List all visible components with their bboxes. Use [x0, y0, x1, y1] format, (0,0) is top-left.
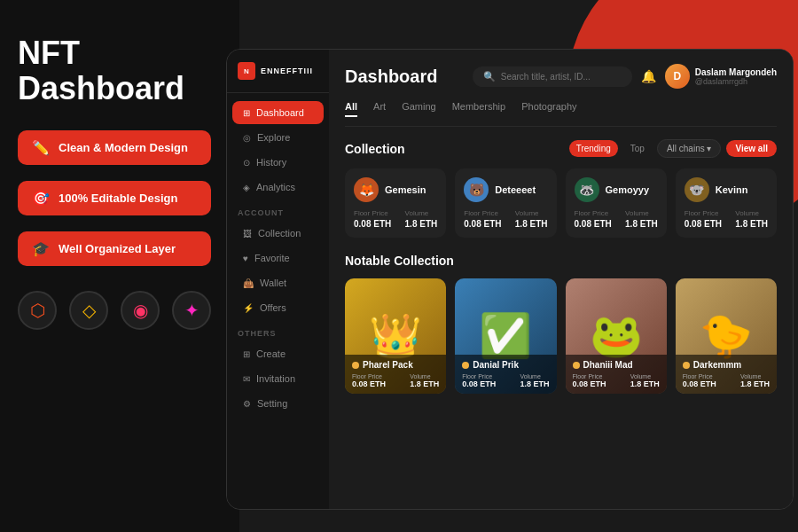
nft-card-gemoyyy[interactable]: 🦝 Gemoyyy Floor Price 0.08 ETH Volume 1.…: [566, 168, 667, 238]
main-content: Dashboard 🔍 🔔 D Daslam Margondeh @daslam…: [329, 50, 793, 509]
sidebar-item-create[interactable]: ⊞ Create: [232, 342, 324, 365]
organized-icon: 🎓: [32, 240, 50, 257]
floor-price-block: Floor Price 0.08 ETH: [354, 209, 391, 229]
tab-all[interactable]: All: [345, 101, 357, 117]
logo-icon: N: [238, 62, 255, 80]
sidebar-item-dashboard[interactable]: ⊞ Dashboard: [232, 101, 324, 124]
left-panel: NFT Dashboard ✏️ Clean & Modern Design 🎯…: [0, 0, 229, 532]
favorite-nav-icon: ♥: [243, 254, 248, 263]
nft-avatar-gemoyyy: 🦝: [575, 177, 599, 202]
sidebar-item-favorite[interactable]: ♥ Favorite: [232, 246, 324, 270]
collection-nav-icon: 🖼: [243, 229, 252, 239]
notable-collection-grid: 👑 Pharel Pack Floor Price 0.08 ETH Volum…: [345, 278, 777, 394]
search-bar[interactable]: 🔍: [473, 66, 632, 87]
volume-block: Volume 1.8 ETH: [405, 209, 438, 229]
user-profile[interactable]: D Daslam Margondeh @daslamrrgdh: [665, 64, 777, 89]
tab-gaming[interactable]: Gaming: [402, 101, 436, 117]
notable-card-pharel[interactable]: 👑 Pharel Pack Floor Price 0.08 ETH Volum…: [345, 278, 446, 394]
trending-filter[interactable]: Trending: [569, 140, 618, 157]
sidebar-item-explore[interactable]: ◎ Explore: [232, 126, 324, 149]
notable-card-darkemmm[interactable]: 🐤 Darkemmm Floor Price 0.08 ETH Volume: [676, 278, 777, 394]
dashboard-window: N ENNEFFTIII ⊞ Dashboard ◎ Explore ⊙ His…: [226, 49, 794, 510]
tool-icons: ⬡ ◇ ◉ ✦: [18, 291, 211, 330]
wallet-nav-icon: 👜: [243, 278, 254, 288]
feature-organized[interactable]: 🎓 Well Organized Layer: [18, 231, 211, 266]
notable-name-darkemmm: Darkemmm: [683, 360, 770, 370]
account-section-label: ACCOUNT: [227, 200, 329, 221]
nft-card-deteeeet[interactable]: 🐻 Deteeeet Floor Price 0.08 ETH Volume 1…: [455, 168, 556, 238]
nft-name-kevinn: Kevinn: [716, 184, 748, 195]
tab-photography[interactable]: Photography: [521, 101, 576, 117]
search-icon: 🔍: [483, 71, 496, 82]
filter-group: Trending Top All chains ▾ View all: [569, 139, 777, 158]
nft-avatar-kevinn: 🐨: [685, 177, 709, 202]
notable-card-dhaniii[interactable]: 🐸 Dhaniii Mad Floor Price 0.08 ETH Volum…: [566, 278, 667, 394]
dot-icon: [462, 362, 469, 369]
chains-filter[interactable]: All chains ▾: [657, 139, 722, 158]
sketch-icon[interactable]: ◇: [69, 291, 108, 330]
editable-icon: 🎯: [32, 190, 50, 207]
sidebar-item-analytics[interactable]: ◈ Analytics: [232, 176, 324, 199]
explore-nav-icon: ◎: [243, 133, 251, 143]
card-header: 🦝 Gemoyyy: [575, 177, 658, 202]
notable-stats-darkemmm: Floor Price 0.08 ETH Volume 1.8 ETH: [683, 373, 770, 388]
sidebar-item-collection[interactable]: 🖼 Collection: [232, 222, 324, 245]
offers-nav-icon: ⚡: [243, 303, 254, 313]
notable-overlay-pharel: Pharel Pack Floor Price 0.08 ETH Volume …: [345, 355, 446, 394]
collection-title: Collection: [345, 142, 405, 156]
card-header: 🦊 Gemesin: [354, 177, 437, 202]
nft-avatar-gemesin: 🦊: [354, 177, 379, 202]
user-handle: @daslamrrgdh: [695, 77, 777, 86]
analytics-nav-icon: ◈: [243, 183, 250, 192]
notable-title: Notable Collection: [345, 254, 454, 268]
sidebar-item-offers[interactable]: ⚡ Offers: [232, 296, 324, 319]
notable-card-danial[interactable]: ✅ Danial Prik Floor Price 0.08 ETH Volum…: [455, 278, 556, 394]
nft-name-gemoyyy: Gemoyyy: [606, 184, 650, 195]
dashboard-nav-icon: ⊞: [243, 108, 250, 118]
dot-icon: [352, 362, 359, 369]
card-header: 🐨 Kevinn: [685, 177, 768, 202]
card-header: 🐻 Deteeeet: [464, 177, 547, 202]
page-title: Dashboard: [345, 66, 437, 87]
nft-collection-grid: 🦊 Gemesin Floor Price 0.08 ETH Volume 1.…: [345, 168, 777, 238]
nft-card-gemesin[interactable]: 🦊 Gemesin Floor Price 0.08 ETH Volume 1.…: [345, 168, 446, 238]
collection-section-header: Collection Trending Top All chains ▾ Vie…: [345, 139, 777, 158]
sidebar-item-wallet[interactable]: 👜 Wallet: [232, 271, 324, 294]
notable-name-pharel: Pharel Pack: [352, 360, 439, 370]
xd-icon[interactable]: ✦: [172, 291, 211, 330]
feature-clean-modern[interactable]: ✏️ Clean & Modern Design: [18, 130, 211, 165]
history-nav-icon: ⊙: [243, 158, 250, 168]
dot-icon: [573, 362, 580, 369]
nft-name-gemesin: Gemesin: [385, 184, 426, 195]
dot-icon: [683, 362, 690, 369]
feature-editable[interactable]: 🎯 100% Editable Design: [18, 181, 211, 215]
figma-icon[interactable]: ⬡: [18, 291, 57, 330]
view-all-button[interactable]: View all: [726, 140, 777, 157]
avatar: D: [665, 64, 690, 89]
invitation-nav-icon: ✉: [243, 374, 250, 384]
tabs: All Art Gaming Membership Photography: [345, 101, 777, 127]
nft-stats-deteeeet: Floor Price 0.08 ETH Volume 1.8 ETH: [464, 209, 547, 229]
sidebar-item-setting[interactable]: ⚙ Setting: [232, 392, 324, 415]
sidebar-item-history[interactable]: ⊙ History: [232, 151, 324, 174]
notable-overlay-danial: Danial Prik Floor Price 0.08 ETH Volume …: [455, 355, 556, 394]
notification-icon[interactable]: 🔔: [641, 69, 656, 83]
create-nav-icon: ⊞: [243, 349, 250, 359]
notable-section-header: Notable Collection: [345, 254, 777, 268]
logo-text: ENNEFFTIII: [261, 66, 313, 75]
tab-art[interactable]: Art: [373, 101, 386, 117]
notable-name-danial: Danial Prik: [462, 360, 549, 370]
sidebar-item-invitation[interactable]: ✉ Invitation: [232, 367, 324, 390]
top-filter[interactable]: Top: [623, 140, 652, 157]
notable-name-dhaniii: Dhaniii Mad: [573, 360, 660, 370]
nft-title: NFT Dashboard: [18, 35, 211, 106]
user-info: Daslam Margondeh @daslamrrgdh: [695, 67, 777, 86]
tab-membership[interactable]: Membership: [452, 101, 506, 117]
nft-card-kevinn[interactable]: 🐨 Kevinn Floor Price 0.08 ETH Volume 1.8…: [676, 168, 777, 238]
search-input[interactable]: [501, 72, 622, 82]
invision-icon[interactable]: ◉: [121, 291, 160, 330]
nft-stats-kevinn: Floor Price 0.08 ETH Volume 1.8 ETH: [685, 209, 768, 229]
notable-overlay-darkemmm: Darkemmm Floor Price 0.08 ETH Volume 1.8…: [676, 355, 777, 394]
nft-stats-gemoyyy: Floor Price 0.08 ETH Volume 1.8 ETH: [575, 209, 658, 229]
sidebar: N ENNEFFTIII ⊞ Dashboard ◎ Explore ⊙ His…: [227, 50, 329, 509]
